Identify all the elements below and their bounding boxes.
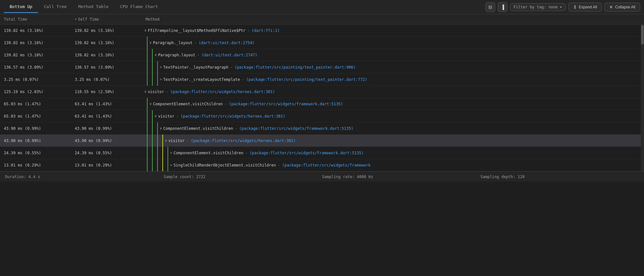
- table-main: 139.82 ms (3.16%)139.82 ms (3.16%)∨FfiTr…: [0, 24, 644, 171]
- cell-total-time: 125.19 ms (2.83%): [0, 90, 71, 94]
- chart-icon: ▐: [501, 5, 504, 10]
- method-link[interactable]: (package:flutter/src/widgets/framework.d…: [250, 151, 364, 155]
- method-dash: -: [247, 28, 250, 33]
- method-dash: -: [230, 65, 233, 70]
- table-header: Total Time ▾ Self Time Method: [0, 14, 644, 24]
- table-row[interactable]: 136.57 ms (3.09%)136.57 ms (3.09%)>TextP…: [0, 61, 641, 73]
- method-link[interactable]: (package:flutter/src/widgets/framework.d…: [229, 102, 343, 106]
- method-name: ComponentElement.visitChildren: [174, 151, 244, 155]
- tree-toggle-icon[interactable]: ∨: [149, 102, 152, 106]
- method-link[interactable]: (dart:ui/text.dart:2747): [201, 53, 257, 57]
- tab-cpu-flame-chart[interactable]: CPU Flame Chart: [114, 1, 164, 13]
- table-row[interactable]: 43.90 ms (0.99%)43.90 ms (0.99%)∨Compone…: [0, 122, 641, 135]
- cell-method: ∨visitor - (package:flutter/src/widgets/…: [142, 110, 641, 122]
- method-link[interactable]: (package:flutter/src/widgets/heroes.dart…: [191, 138, 295, 143]
- tree-toggle-icon[interactable]: ∨: [155, 114, 157, 118]
- tree-toggle-icon[interactable]: >: [160, 65, 162, 69]
- cell-total-time: 43.90 ms (0.99%): [0, 126, 71, 131]
- indent-bar: [155, 122, 160, 135]
- method-link[interactable]: (dart:ffi:1): [252, 28, 280, 33]
- sort-icon: ▾: [75, 17, 77, 21]
- method-link[interactable]: (package:flutter/src/widgets/framework.d…: [239, 126, 353, 131]
- indent-bar: [149, 73, 155, 86]
- method-link[interactable]: (package:flutter/src/widgets/heroes.dart…: [180, 114, 285, 119]
- table-row[interactable]: 139.82 ms (3.16%)139.82 ms (3.16%)∨Parag…: [0, 49, 641, 61]
- tree-toggle-icon[interactable]: >: [170, 151, 172, 155]
- filter-dropdown[interactable]: Filter by tag: none ▾: [510, 3, 566, 11]
- method-link[interactable]: (package:flutter/src/painting/text_paint…: [235, 65, 356, 70]
- cell-self-time: 13.01 ms (0.29%): [71, 163, 142, 167]
- cell-self-time: 43.90 ms (0.99%): [71, 138, 142, 143]
- cell-method: >ComponentElement.visitChildren - (packa…: [142, 147, 641, 159]
- cell-total-time: 136.57 ms (3.09%): [0, 65, 71, 70]
- indent-bar: [160, 135, 165, 147]
- table-row[interactable]: 125.19 ms (2.83%)110.55 ms (2.50%)∨visit…: [0, 86, 641, 98]
- method-name: visitor: [158, 114, 175, 119]
- cell-self-time: 24.39 ms (0.55%): [71, 151, 142, 155]
- indent-bar: [155, 61, 160, 73]
- header-self[interactable]: ▾ Self Time: [71, 17, 142, 22]
- table-row[interactable]: 65.03 ms (1.47%)63.41 ms (1.43%)∨visitor…: [0, 110, 641, 122]
- tree-toggle-icon[interactable]: >: [160, 77, 162, 81]
- indent-bar: [144, 61, 149, 73]
- method-link[interactable]: (package:flutter/src/painting/text_paint…: [246, 77, 367, 82]
- method-name: visitor: [168, 138, 185, 143]
- table-row[interactable]: 3.25 ms (0.07%)3.25 ms (0.07%)>TextPaint…: [0, 73, 641, 86]
- cell-total-time: 65.03 ms (1.47%): [0, 114, 71, 119]
- cell-total-time: 139.82 ms (3.16%): [0, 53, 71, 57]
- tree-toggle-icon[interactable]: ∨: [149, 41, 152, 45]
- cell-method: >SingleChildRenderObjectElement.visitChi…: [142, 159, 641, 171]
- collapse-all-button[interactable]: ✕ Collapse All: [604, 3, 640, 12]
- expand-all-button[interactable]: ⇕ Expand All: [568, 3, 602, 12]
- indent-bar: [144, 110, 149, 122]
- status-duration: Duration: 4.4 s: [5, 175, 164, 179]
- tab-call-tree[interactable]: Call Tree: [38, 1, 72, 13]
- table-row[interactable]: 139.82 ms (3.16%)139.82 ms (3.16%)∨FfiTr…: [0, 24, 641, 37]
- cell-method: ∨FfiTrampoline__layout$Method$FfiNative$…: [142, 28, 641, 33]
- indent-bar: [155, 135, 160, 147]
- indent-bar: [144, 37, 149, 49]
- method-dash: -: [245, 151, 247, 155]
- tree-toggle-icon[interactable]: >: [170, 163, 172, 167]
- tab-bottom-up[interactable]: Bottom Up: [4, 1, 38, 13]
- cell-total-time: 139.82 ms (3.16%): [0, 41, 71, 45]
- method-dash: -: [242, 77, 244, 82]
- indent-bar: [149, 147, 155, 159]
- cell-self-time: 63.41 ms (1.43%): [71, 114, 142, 119]
- indent-bar: [149, 135, 155, 147]
- header-total[interactable]: Total Time: [0, 17, 71, 22]
- tree-toggle-icon[interactable]: ∨: [144, 28, 147, 33]
- method-dash: -: [235, 126, 237, 131]
- chart-icon-button[interactable]: ▐: [498, 2, 507, 12]
- scrollbar-thumb[interactable]: [641, 25, 644, 44]
- tree-toggle-icon[interactable]: ∨: [165, 138, 167, 143]
- scrollbar-track[interactable]: [641, 24, 644, 171]
- tree-toggle-icon[interactable]: ∨: [160, 126, 162, 130]
- tree-toggle-icon[interactable]: ∨: [144, 90, 147, 94]
- status-sampling-depth: Sampling depth: 128: [480, 175, 639, 179]
- indent-bar: [144, 49, 149, 61]
- table-row[interactable]: 43.90 ms (0.99%)43.90 ms (0.99%)∨visitor…: [0, 135, 641, 147]
- indent-bar: [149, 49, 155, 61]
- tree-toggle-icon[interactable]: ∨: [155, 53, 157, 57]
- method-name: visitor: [148, 90, 164, 94]
- chevron-down-icon: ▾: [560, 5, 562, 9]
- filter-icon-button[interactable]: ⊟: [485, 2, 495, 12]
- method-link[interactable]: (package:flutter/src/widgets/framework: [282, 163, 371, 167]
- table-row[interactable]: 24.39 ms (0.55%)24.39 ms (0.55%)>Compone…: [0, 147, 641, 159]
- indent-bar: [144, 73, 149, 86]
- indent-bar: [144, 122, 149, 135]
- method-link[interactable]: (package:flutter/src/widgets/heroes.dart…: [170, 90, 275, 94]
- table-row[interactable]: 65.03 ms (1.47%)63.41 ms (1.43%)∨Compone…: [0, 98, 641, 110]
- table-row[interactable]: 139.82 ms (3.16%)139.82 ms (3.16%)∨Parag…: [0, 37, 641, 49]
- indent-bar: [165, 147, 170, 159]
- method-dash: -: [278, 163, 280, 167]
- table-row[interactable]: 13.01 ms (0.29%)13.01 ms (0.29%)>SingleC…: [0, 159, 641, 171]
- method-link[interactable]: (dart:ui/text.dart:2754): [199, 41, 255, 45]
- cell-total-time: 65.03 ms (1.47%): [0, 102, 71, 106]
- table-body[interactable]: 139.82 ms (3.16%)139.82 ms (3.16%)∨FfiTr…: [0, 24, 641, 171]
- header-method: Method: [142, 17, 644, 22]
- filter-icon: ⊟: [488, 5, 492, 10]
- tab-method-table[interactable]: Method Table: [72, 1, 114, 13]
- indent-bar: [155, 73, 160, 86]
